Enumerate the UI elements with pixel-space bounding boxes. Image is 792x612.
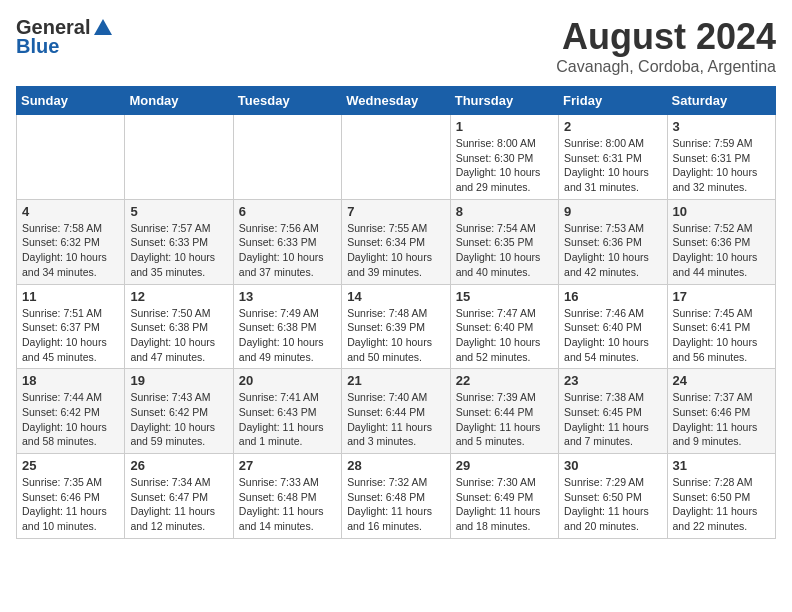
weekday-header-tuesday: Tuesday [233, 87, 341, 115]
day-number: 2 [564, 119, 661, 134]
calendar-cell: 11Sunrise: 7:51 AM Sunset: 6:37 PM Dayli… [17, 284, 125, 369]
day-info: Sunrise: 7:30 AM Sunset: 6:49 PM Dayligh… [456, 475, 553, 534]
day-number: 25 [22, 458, 119, 473]
calendar-week-row: 18Sunrise: 7:44 AM Sunset: 6:42 PM Dayli… [17, 369, 776, 454]
weekday-header-row: SundayMondayTuesdayWednesdayThursdayFrid… [17, 87, 776, 115]
day-number: 5 [130, 204, 227, 219]
day-info: Sunrise: 7:48 AM Sunset: 6:39 PM Dayligh… [347, 306, 444, 365]
day-info: Sunrise: 7:39 AM Sunset: 6:44 PM Dayligh… [456, 390, 553, 449]
calendar-week-row: 25Sunrise: 7:35 AM Sunset: 6:46 PM Dayli… [17, 454, 776, 539]
calendar-cell: 10Sunrise: 7:52 AM Sunset: 6:36 PM Dayli… [667, 199, 775, 284]
calendar-cell: 9Sunrise: 7:53 AM Sunset: 6:36 PM Daylig… [559, 199, 667, 284]
day-number: 8 [456, 204, 553, 219]
calendar-cell: 5Sunrise: 7:57 AM Sunset: 6:33 PM Daylig… [125, 199, 233, 284]
logo: General Blue [16, 16, 114, 58]
calendar-cell: 29Sunrise: 7:30 AM Sunset: 6:49 PM Dayli… [450, 454, 558, 539]
day-info: Sunrise: 7:34 AM Sunset: 6:47 PM Dayligh… [130, 475, 227, 534]
location-subtitle: Cavanagh, Cordoba, Argentina [556, 58, 776, 76]
calendar-cell [233, 115, 341, 200]
day-info: Sunrise: 7:28 AM Sunset: 6:50 PM Dayligh… [673, 475, 770, 534]
calendar-cell: 25Sunrise: 7:35 AM Sunset: 6:46 PM Dayli… [17, 454, 125, 539]
day-number: 9 [564, 204, 661, 219]
calendar-cell: 1Sunrise: 8:00 AM Sunset: 6:30 PM Daylig… [450, 115, 558, 200]
day-info: Sunrise: 8:00 AM Sunset: 6:31 PM Dayligh… [564, 136, 661, 195]
day-number: 20 [239, 373, 336, 388]
day-number: 18 [22, 373, 119, 388]
calendar-table: SundayMondayTuesdayWednesdayThursdayFrid… [16, 86, 776, 539]
day-number: 19 [130, 373, 227, 388]
weekday-header-sunday: Sunday [17, 87, 125, 115]
day-info: Sunrise: 7:59 AM Sunset: 6:31 PM Dayligh… [673, 136, 770, 195]
day-number: 1 [456, 119, 553, 134]
day-info: Sunrise: 7:44 AM Sunset: 6:42 PM Dayligh… [22, 390, 119, 449]
day-number: 16 [564, 289, 661, 304]
calendar-cell: 27Sunrise: 7:33 AM Sunset: 6:48 PM Dayli… [233, 454, 341, 539]
calendar-cell: 24Sunrise: 7:37 AM Sunset: 6:46 PM Dayli… [667, 369, 775, 454]
weekday-header-thursday: Thursday [450, 87, 558, 115]
day-info: Sunrise: 7:50 AM Sunset: 6:38 PM Dayligh… [130, 306, 227, 365]
month-year-title: August 2024 [556, 16, 776, 58]
day-info: Sunrise: 7:55 AM Sunset: 6:34 PM Dayligh… [347, 221, 444, 280]
calendar-cell: 15Sunrise: 7:47 AM Sunset: 6:40 PM Dayli… [450, 284, 558, 369]
calendar-cell: 12Sunrise: 7:50 AM Sunset: 6:38 PM Dayli… [125, 284, 233, 369]
calendar-cell: 16Sunrise: 7:46 AM Sunset: 6:40 PM Dayli… [559, 284, 667, 369]
calendar-cell: 2Sunrise: 8:00 AM Sunset: 6:31 PM Daylig… [559, 115, 667, 200]
calendar-cell: 28Sunrise: 7:32 AM Sunset: 6:48 PM Dayli… [342, 454, 450, 539]
day-number: 10 [673, 204, 770, 219]
weekday-header-saturday: Saturday [667, 87, 775, 115]
day-info: Sunrise: 7:57 AM Sunset: 6:33 PM Dayligh… [130, 221, 227, 280]
logo-blue-text: Blue [16, 35, 59, 58]
day-info: Sunrise: 7:58 AM Sunset: 6:32 PM Dayligh… [22, 221, 119, 280]
day-info: Sunrise: 7:40 AM Sunset: 6:44 PM Dayligh… [347, 390, 444, 449]
day-info: Sunrise: 8:00 AM Sunset: 6:30 PM Dayligh… [456, 136, 553, 195]
calendar-cell: 30Sunrise: 7:29 AM Sunset: 6:50 PM Dayli… [559, 454, 667, 539]
day-info: Sunrise: 7:45 AM Sunset: 6:41 PM Dayligh… [673, 306, 770, 365]
day-info: Sunrise: 7:29 AM Sunset: 6:50 PM Dayligh… [564, 475, 661, 534]
day-number: 29 [456, 458, 553, 473]
calendar-cell: 18Sunrise: 7:44 AM Sunset: 6:42 PM Dayli… [17, 369, 125, 454]
day-info: Sunrise: 7:32 AM Sunset: 6:48 PM Dayligh… [347, 475, 444, 534]
day-info: Sunrise: 7:35 AM Sunset: 6:46 PM Dayligh… [22, 475, 119, 534]
day-number: 3 [673, 119, 770, 134]
calendar-cell: 17Sunrise: 7:45 AM Sunset: 6:41 PM Dayli… [667, 284, 775, 369]
day-number: 15 [456, 289, 553, 304]
day-number: 7 [347, 204, 444, 219]
weekday-header-friday: Friday [559, 87, 667, 115]
day-number: 22 [456, 373, 553, 388]
day-number: 11 [22, 289, 119, 304]
day-info: Sunrise: 7:47 AM Sunset: 6:40 PM Dayligh… [456, 306, 553, 365]
calendar-cell [125, 115, 233, 200]
day-number: 26 [130, 458, 227, 473]
calendar-cell: 14Sunrise: 7:48 AM Sunset: 6:39 PM Dayli… [342, 284, 450, 369]
calendar-week-row: 11Sunrise: 7:51 AM Sunset: 6:37 PM Dayli… [17, 284, 776, 369]
calendar-cell: 21Sunrise: 7:40 AM Sunset: 6:44 PM Dayli… [342, 369, 450, 454]
calendar-week-row: 4Sunrise: 7:58 AM Sunset: 6:32 PM Daylig… [17, 199, 776, 284]
calendar-cell: 13Sunrise: 7:49 AM Sunset: 6:38 PM Dayli… [233, 284, 341, 369]
day-info: Sunrise: 7:54 AM Sunset: 6:35 PM Dayligh… [456, 221, 553, 280]
calendar-cell: 23Sunrise: 7:38 AM Sunset: 6:45 PM Dayli… [559, 369, 667, 454]
day-info: Sunrise: 7:49 AM Sunset: 6:38 PM Dayligh… [239, 306, 336, 365]
calendar-week-row: 1Sunrise: 8:00 AM Sunset: 6:30 PM Daylig… [17, 115, 776, 200]
day-number: 28 [347, 458, 444, 473]
calendar-cell: 20Sunrise: 7:41 AM Sunset: 6:43 PM Dayli… [233, 369, 341, 454]
calendar-cell: 19Sunrise: 7:43 AM Sunset: 6:42 PM Dayli… [125, 369, 233, 454]
calendar-cell [17, 115, 125, 200]
logo-icon [92, 17, 114, 39]
calendar-cell: 7Sunrise: 7:55 AM Sunset: 6:34 PM Daylig… [342, 199, 450, 284]
day-info: Sunrise: 7:41 AM Sunset: 6:43 PM Dayligh… [239, 390, 336, 449]
day-number: 4 [22, 204, 119, 219]
page-header: General Blue August 2024 Cavanagh, Cordo… [16, 16, 776, 76]
calendar-cell: 8Sunrise: 7:54 AM Sunset: 6:35 PM Daylig… [450, 199, 558, 284]
day-info: Sunrise: 7:33 AM Sunset: 6:48 PM Dayligh… [239, 475, 336, 534]
day-number: 30 [564, 458, 661, 473]
day-number: 6 [239, 204, 336, 219]
calendar-cell: 3Sunrise: 7:59 AM Sunset: 6:31 PM Daylig… [667, 115, 775, 200]
calendar-cell: 6Sunrise: 7:56 AM Sunset: 6:33 PM Daylig… [233, 199, 341, 284]
calendar-cell: 31Sunrise: 7:28 AM Sunset: 6:50 PM Dayli… [667, 454, 775, 539]
day-info: Sunrise: 7:38 AM Sunset: 6:45 PM Dayligh… [564, 390, 661, 449]
day-number: 17 [673, 289, 770, 304]
day-info: Sunrise: 7:37 AM Sunset: 6:46 PM Dayligh… [673, 390, 770, 449]
day-number: 31 [673, 458, 770, 473]
day-info: Sunrise: 7:56 AM Sunset: 6:33 PM Dayligh… [239, 221, 336, 280]
day-number: 27 [239, 458, 336, 473]
